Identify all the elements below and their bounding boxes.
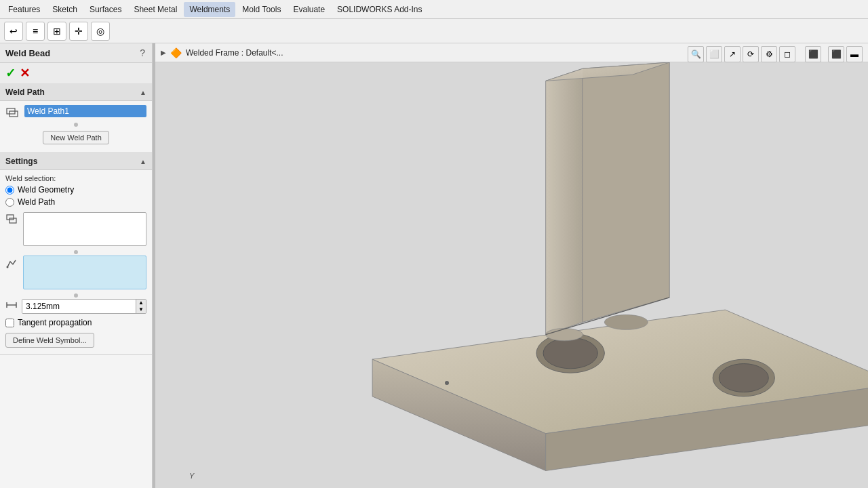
svg-point-12 [543, 338, 597, 369]
toolbar-btn-circle[interactable]: ◎ [91, 22, 110, 41]
viewport[interactable]: Y [155, 62, 868, 488]
spin-up-button[interactable]: ▲ [136, 300, 146, 306]
radio-weld-path-label: Weld Path [18, 197, 55, 207]
svg-point-14 [719, 364, 768, 392]
menubar: Features Sketch Surfaces Sheet Metal Wel… [0, 0, 868, 19]
tree-icon: 🔶 [170, 47, 182, 58]
svg-point-20 [604, 314, 648, 329]
help-button[interactable]: ? [138, 47, 146, 58]
settings-section-content: Weld selection: Weld Geometry Weld Path [0, 170, 152, 354]
tangent-propagation-row: Tangent propagation [5, 318, 146, 327]
weld-path-section: Weld Path ▲ Weld Path1 [0, 84, 152, 153]
vp-extra-btn[interactable]: ▬ [846, 46, 863, 62]
settings-collapse-arrow: ▲ [140, 158, 146, 165]
size-input-wrap: ▲ ▼ [22, 299, 146, 314]
accept-button[interactable]: ✓ [5, 66, 16, 81]
model-container [155, 62, 868, 488]
sel-box-1-center-dot [74, 250, 78, 254]
toolbar-btn-list[interactable]: ≡ [26, 22, 45, 41]
sel-box-1-icon [5, 214, 19, 227]
sel-box-2-center-dot [74, 293, 78, 298]
radio-weld-geometry[interactable]: Weld Geometry [5, 185, 146, 195]
cancel-button[interactable]: ✕ [20, 66, 30, 81]
settings-section: Settings ▲ Weld selection: Weld Geometry… [0, 153, 152, 355]
weld-path-list: Weld Path1 [24, 105, 146, 117]
panel-title: Weld Bead [5, 48, 50, 58]
vp-settings-btn[interactable]: ⚙ [761, 46, 777, 62]
viewport-toolbar: 🔍 ⬜ ↗ ⟳ ⚙ ◻ ⬛ ⬛ ▬ [688, 46, 863, 62]
sel-box-2-icon [5, 257, 19, 270]
weld-path-item-0[interactable]: Weld Path1 [24, 105, 146, 117]
menu-weldments[interactable]: Weldments [184, 2, 235, 17]
panel-header: Weld Bead ? [0, 43, 152, 63]
tangent-propagation-label: Tangent propagation [18, 318, 92, 327]
svg-marker-18 [546, 68, 583, 335]
svg-marker-16 [583, 62, 669, 322]
vp-3d-btn[interactable]: ⬛ [828, 46, 844, 62]
action-row: ✓ ✕ [0, 63, 152, 84]
size-icon [5, 299, 18, 314]
content-area: ▶ 🔶 Welded Frame : Default<... 🔍 ⬜ ↗ ⟳ ⚙… [155, 43, 868, 488]
vp-display-btn[interactable]: ◻ [779, 46, 795, 62]
menu-sheet-metal[interactable]: Sheet Metal [128, 2, 182, 17]
weld-path-center-dot [74, 123, 78, 127]
toolbar-btn-grid[interactable]: ⊞ [47, 22, 66, 41]
weld-selection-label: Weld selection: [5, 174, 146, 182]
menu-evaluate[interactable]: Evaluate [288, 2, 330, 17]
weld-path-section-title: Weld Path [5, 87, 45, 97]
vp-rotate-btn[interactable]: ⟳ [743, 46, 759, 62]
spin-down-button[interactable]: ▼ [136, 306, 146, 313]
left-panel: Weld Bead ? ✓ ✕ Weld Path ▲ [0, 43, 153, 488]
weld-path-section-content: Weld Path1 New Weld Path [0, 101, 152, 152]
axis-label: Y [189, 472, 194, 480]
weld-path-section-header[interactable]: Weld Path ▲ [0, 84, 152, 101]
size-row: ▲ ▼ [5, 299, 146, 314]
vp-search-btn[interactable]: 🔍 [688, 46, 704, 62]
weld-selection-radio-group: Weld Geometry Weld Path [5, 185, 146, 207]
model-svg [155, 62, 868, 488]
sel-box-2-container [5, 256, 146, 289]
menu-surfaces[interactable]: Surfaces [84, 2, 127, 17]
radio-weld-geometry-input[interactable] [5, 186, 14, 195]
tree-expand-arrow[interactable]: ▶ [161, 49, 166, 56]
vp-pan-btn[interactable]: ↗ [724, 46, 741, 62]
vp-zoom-btn[interactable]: ⬜ [706, 46, 722, 62]
size-input[interactable] [22, 300, 136, 313]
radio-weld-path-input[interactable] [5, 198, 14, 207]
sel-box-1[interactable] [23, 212, 146, 246]
panel-header-icons: ? [138, 47, 146, 58]
toolbar: ↩ ≡ ⊞ ✛ ◎ [0, 19, 868, 43]
svg-point-4 [7, 266, 9, 268]
svg-rect-2 [7, 215, 14, 220]
toolbar-btn-crosshair[interactable]: ✛ [69, 22, 88, 41]
settings-section-header[interactable]: Settings ▲ [0, 153, 152, 170]
svg-point-19 [546, 329, 583, 341]
toolbar-btn-back[interactable]: ↩ [4, 22, 23, 41]
menu-mold-tools[interactable]: Mold Tools [237, 2, 286, 17]
radio-weld-geometry-label: Weld Geometry [18, 185, 74, 195]
settings-section-title: Settings [5, 157, 37, 166]
menu-sketch[interactable]: Sketch [47, 2, 83, 17]
tree-label: Welded Frame : Default<... [186, 48, 283, 58]
menu-solidworks-addins[interactable]: SOLIDWORKS Add-Ins [332, 2, 427, 17]
svg-rect-3 [9, 218, 16, 223]
weld-path-item-0-label: Weld Path1 [27, 106, 69, 116]
sel-box-1-container [5, 212, 146, 246]
weld-path-icon [6, 106, 20, 120]
define-weld-symbol-button[interactable]: Define Weld Symbol... [5, 333, 94, 348]
weld-path-collapse-arrow: ▲ [140, 89, 146, 96]
radio-weld-path[interactable]: Weld Path [5, 197, 146, 207]
main-layout: Weld Bead ? ✓ ✕ Weld Path ▲ [0, 43, 868, 488]
vp-mode-btn[interactable]: ⬛ [805, 46, 821, 62]
menu-features[interactable]: Features [3, 2, 45, 17]
new-weld-path-button[interactable]: New Weld Path [43, 131, 109, 144]
sel-box-2[interactable] [23, 256, 146, 289]
size-spinner: ▲ ▼ [136, 300, 146, 313]
tangent-propagation-checkbox[interactable] [5, 319, 14, 327]
